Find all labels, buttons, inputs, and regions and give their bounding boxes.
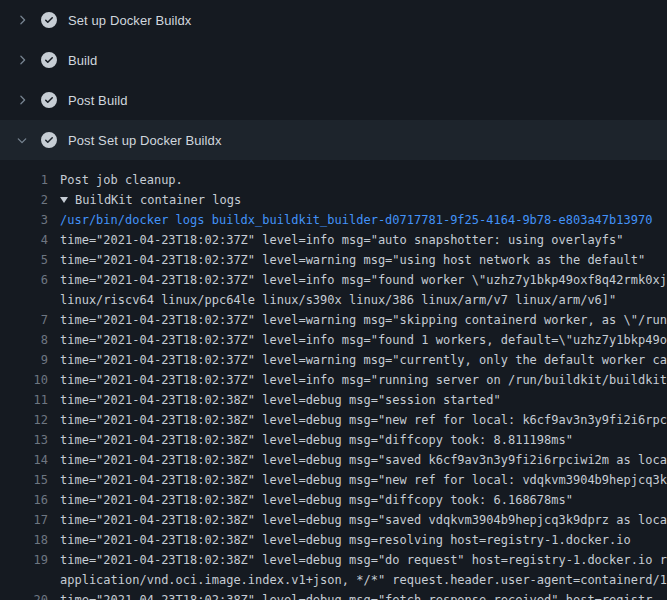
log-line-number[interactable]: 7 [0, 310, 48, 330]
log-line-text: linux/riscv64 linux/ppc64le linux/s390x … [60, 290, 616, 310]
log-line: 8time="2021-04-23T18:02:37Z" level=info … [0, 330, 667, 350]
log-line-number[interactable]: 16 [0, 490, 48, 510]
log-line: 12time="2021-04-23T18:02:38Z" level=debu… [0, 410, 667, 430]
log-line-number[interactable]: 19 [0, 550, 48, 570]
actions-log-viewer: Set up Docker BuildxBuildPost BuildPost … [0, 0, 667, 600]
log-line-number[interactable]: 6 [0, 270, 48, 290]
log-line: 5time="2021-04-23T18:02:37Z" level=warni… [0, 250, 667, 270]
log-line-number[interactable]: 5 [0, 250, 48, 270]
chevron-down-icon [14, 132, 30, 148]
log-line-number[interactable]: 15 [0, 470, 48, 490]
log-line-text: time="2021-04-23T18:02:38Z" level=debug … [60, 390, 501, 410]
log-line: 16time="2021-04-23T18:02:38Z" level=debu… [0, 490, 667, 510]
log-line-text: time="2021-04-23T18:02:37Z" level=info m… [60, 230, 624, 250]
chevron-right-icon [14, 92, 30, 108]
log-line: 11time="2021-04-23T18:02:38Z" level=debu… [0, 390, 667, 410]
step-title: Build [68, 53, 97, 68]
log-line-number[interactable] [0, 570, 48, 590]
log-line-number[interactable]: 4 [0, 230, 48, 250]
log-line-number[interactable]: 3 [0, 210, 48, 230]
log-line-number[interactable]: 14 [0, 450, 48, 470]
chevron-right-icon [14, 12, 30, 28]
check-circle-icon [41, 132, 57, 148]
log-line: 4time="2021-04-23T18:02:37Z" level=info … [0, 230, 667, 250]
log-line-number[interactable]: 17 [0, 510, 48, 530]
check-circle-icon [41, 12, 57, 28]
log-line: 20time="2021-04-23T18:02:38Z" level=debu… [0, 590, 667, 600]
chevron-right-icon [14, 52, 30, 68]
log-line-text: time="2021-04-23T18:02:38Z" level=debug … [60, 430, 573, 450]
log-line: 17time="2021-04-23T18:02:38Z" level=debu… [0, 510, 667, 530]
log-line-text: time="2021-04-23T18:02:38Z" level=debug … [60, 450, 667, 470]
log-line-text: time="2021-04-23T18:02:38Z" level=debug … [60, 550, 667, 570]
log-line-text: BuildKit container logs [75, 190, 241, 210]
step-title: Post Build [68, 93, 128, 108]
log-line-text: time="2021-04-23T18:02:38Z" level=debug … [60, 590, 652, 600]
log-panel: 1Post job cleanup.2BuildKit container lo… [0, 160, 667, 600]
log-line-text: time="2021-04-23T18:02:37Z" level=info m… [60, 330, 667, 350]
log-line: 13time="2021-04-23T18:02:38Z" level=debu… [0, 430, 667, 450]
log-line: 10time="2021-04-23T18:02:37Z" level=info… [0, 370, 667, 390]
log-line-text: time="2021-04-23T18:02:37Z" level=info m… [60, 270, 667, 290]
log-line-text: time="2021-04-23T18:02:38Z" level=debug … [60, 530, 631, 550]
log-line-number[interactable] [0, 290, 48, 310]
log-line: 1Post job cleanup. [0, 170, 667, 190]
step-header-build[interactable]: Build [0, 40, 667, 80]
log-line-number[interactable]: 1 [0, 170, 48, 190]
log-line-number[interactable]: 8 [0, 330, 48, 350]
log-line-text: time="2021-04-23T18:02:38Z" level=debug … [60, 490, 573, 510]
log-line-number[interactable]: 12 [0, 410, 48, 430]
log-line-text: time="2021-04-23T18:02:37Z" level=warnin… [60, 350, 667, 370]
triangle-down-icon [60, 197, 68, 203]
log-line-number[interactable]: 10 [0, 370, 48, 390]
log-line: application/vnd.oci.image.index.v1+json,… [0, 570, 667, 590]
log-line: 15time="2021-04-23T18:02:38Z" level=debu… [0, 470, 667, 490]
log-line-number[interactable]: 13 [0, 430, 48, 450]
log-line-number[interactable]: 9 [0, 350, 48, 370]
step-header-post-build[interactable]: Post Build [0, 80, 667, 120]
log-line: linux/riscv64 linux/ppc64le linux/s390x … [0, 290, 667, 310]
log-line-number[interactable]: 2 [0, 190, 48, 210]
log-line-text: Post job cleanup. [60, 170, 183, 190]
log-line: 7time="2021-04-23T18:02:37Z" level=warni… [0, 310, 667, 330]
log-line-number[interactable]: 20 [0, 590, 48, 600]
log-line-text: time="2021-04-23T18:02:38Z" level=debug … [60, 470, 667, 490]
log-line: 19time="2021-04-23T18:02:38Z" level=debu… [0, 550, 667, 570]
log-line: 9time="2021-04-23T18:02:37Z" level=warni… [0, 350, 667, 370]
log-line-text: application/vnd.oci.image.index.v1+json,… [60, 570, 667, 590]
log-line-text: time="2021-04-23T18:02:38Z" level=debug … [60, 510, 667, 530]
log-line-text: time="2021-04-23T18:02:37Z" level=info m… [60, 370, 667, 390]
log-line-number[interactable]: 11 [0, 390, 48, 410]
log-line-text: time="2021-04-23T18:02:37Z" level=warnin… [60, 310, 667, 330]
log-line: 18time="2021-04-23T18:02:38Z" level=debu… [0, 530, 667, 550]
step-header-post-set-up-docker-buildx[interactable]: Post Set up Docker Buildx [0, 120, 667, 160]
check-circle-icon [41, 92, 57, 108]
step-header-set-up-docker-buildx[interactable]: Set up Docker Buildx [0, 0, 667, 40]
log-line: 14time="2021-04-23T18:02:38Z" level=debu… [0, 450, 667, 470]
log-line: 3/usr/bin/docker logs buildx_buildkit_bu… [0, 210, 667, 230]
log-line: 6time="2021-04-23T18:02:37Z" level=info … [0, 270, 667, 290]
step-title: Post Set up Docker Buildx [68, 133, 222, 148]
step-title: Set up Docker Buildx [68, 13, 191, 28]
log-line-number[interactable]: 18 [0, 530, 48, 550]
log-line-text: time="2021-04-23T18:02:38Z" level=debug … [60, 410, 667, 430]
log-line-text: /usr/bin/docker logs buildx_buildkit_bui… [60, 210, 652, 230]
log-group-line[interactable]: 2BuildKit container logs [0, 190, 667, 210]
log-line-text: time="2021-04-23T18:02:37Z" level=warnin… [60, 250, 645, 270]
step-list: Set up Docker BuildxBuildPost BuildPost … [0, 0, 667, 160]
check-circle-icon [41, 52, 57, 68]
